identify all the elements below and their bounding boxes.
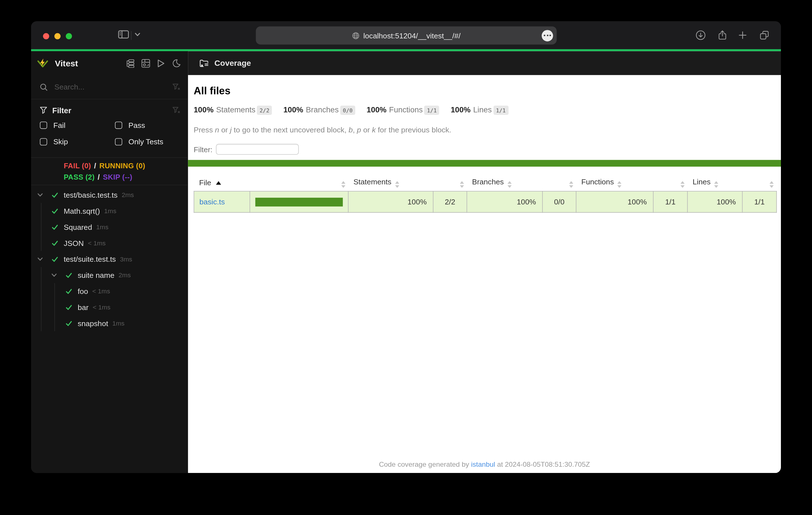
- pass-check-icon: [51, 191, 58, 199]
- tree-indent-guide: [41, 219, 41, 235]
- test-label: bar: [78, 303, 88, 311]
- column-label: Lines: [693, 178, 711, 186]
- file-link[interactable]: basic.ts: [200, 198, 225, 206]
- list-tree-icon[interactable]: [126, 59, 135, 67]
- tree-item[interactable]: foo< 1ms: [31, 283, 187, 299]
- globe-icon: [352, 32, 359, 39]
- column-header-frac[interactable]: [653, 175, 688, 191]
- minimize-window-button[interactable]: [54, 33, 60, 39]
- pass-count: PASS (2): [64, 173, 94, 181]
- fraction-cell: 0/0: [543, 191, 576, 212]
- coverage-filter-input[interactable]: [216, 144, 299, 155]
- column-header-functions[interactable]: Functions: [576, 175, 653, 191]
- sort-arrows-icon[interactable]: [618, 181, 622, 188]
- test-label: test/suite.test.ts: [64, 255, 116, 263]
- test-duration: 1ms: [112, 320, 124, 327]
- sort-arrows-icon[interactable]: [769, 181, 774, 188]
- column-header-branches[interactable]: Branches: [467, 175, 543, 191]
- checkbox-only-tests[interactable]: [115, 138, 122, 145]
- skip-count: SKIP (--): [103, 173, 132, 181]
- table-filter-label: Filter:: [194, 145, 212, 153]
- coverage-stat: 100%Functions1/1: [367, 105, 439, 114]
- clear-filters-icon[interactable]: [172, 107, 180, 114]
- column-header-file[interactable]: File: [194, 175, 250, 191]
- stat-fraction-badge: 0/0: [340, 105, 355, 115]
- downloads-icon[interactable]: [696, 30, 706, 40]
- chevron-down-icon[interactable]: [51, 273, 57, 277]
- coverage-table: FileStatementsBranchesFunctionsLines bas…: [194, 175, 777, 213]
- column-label: Functions: [581, 178, 614, 186]
- tree-item[interactable]: JSON< 1ms: [31, 235, 187, 251]
- checkbox-fail[interactable]: [40, 122, 47, 129]
- tree-item[interactable]: suite name2ms: [31, 267, 187, 283]
- test-run-summary: FAIL (0) / RUNNING (0) PASS (2) / SKIP (…: [31, 157, 187, 185]
- dashboard-icon[interactable]: [141, 59, 150, 67]
- chevron-down-icon[interactable]: [37, 193, 43, 197]
- clear-search-filter-icon[interactable]: [172, 83, 180, 91]
- close-window-button[interactable]: [43, 33, 49, 39]
- test-label: snapshot: [78, 319, 108, 327]
- screenshot-stage: localhost:51204/__vitest__/#/: [0, 0, 812, 515]
- sort-arrows-icon[interactable]: [569, 181, 573, 188]
- pass-check-icon: [51, 223, 58, 231]
- tree-item[interactable]: snapshot1ms: [31, 315, 187, 331]
- hint-text: ,: [353, 126, 357, 134]
- fail-count: FAIL (0): [64, 161, 91, 170]
- filter-option-only-tests[interactable]: Only Tests: [115, 133, 180, 150]
- filter-label-only-tests: Only Tests: [128, 138, 164, 146]
- column-header-frac[interactable]: [742, 175, 776, 191]
- tree-item[interactable]: Math.sqrt()1ms: [31, 203, 187, 219]
- coverage-report: All files 100%Statements2/2100%Branches0…: [188, 75, 781, 473]
- column-header-frac[interactable]: [433, 175, 467, 191]
- fraction-cell: 1/1: [742, 191, 776, 212]
- new-tab-icon[interactable]: [737, 30, 748, 40]
- address-bar[interactable]: localhost:51204/__vitest__/#/: [256, 26, 557, 44]
- chevron-down-icon[interactable]: [37, 257, 43, 261]
- column-header-lines[interactable]: Lines: [688, 175, 742, 191]
- coverage-table-row: basic.ts100%2/2100%0/0100%1/1100%1/1: [194, 191, 776, 212]
- stat-fraction-badge: 1/1: [493, 105, 508, 115]
- checkbox-pass[interactable]: [115, 122, 122, 129]
- separator: /: [94, 161, 96, 170]
- stat-percent: 100%: [451, 105, 470, 114]
- run-all-icon[interactable]: [157, 59, 165, 67]
- column-label: File: [199, 178, 211, 187]
- dark-mode-moon-icon[interactable]: [172, 59, 181, 67]
- filter-option-fail[interactable]: Fail: [40, 117, 115, 133]
- checkbox-skip[interactable]: [40, 138, 47, 145]
- sidebar-toggle-icon[interactable]: [118, 30, 129, 39]
- tree-item[interactable]: bar< 1ms: [31, 299, 187, 315]
- column-header-bar[interactable]: [250, 175, 348, 191]
- zoom-window-button[interactable]: [66, 33, 72, 39]
- sort-arrows-icon[interactable]: [714, 181, 719, 188]
- tree-item[interactable]: test/suite.test.ts3ms: [31, 251, 187, 267]
- filter-option-skip[interactable]: Skip: [40, 133, 115, 150]
- share-icon[interactable]: [717, 30, 728, 40]
- sort-arrows-icon[interactable]: [460, 181, 464, 188]
- tab-overview-icon[interactable]: [759, 30, 770, 40]
- test-duration: < 1ms: [93, 304, 111, 311]
- app-title: Vitest: [55, 58, 78, 68]
- shortcut-key: k: [372, 126, 376, 134]
- stat-fraction-badge: 1/1: [424, 105, 439, 115]
- tree-item[interactable]: Squared1ms: [31, 219, 187, 235]
- sort-arrows-icon[interactable]: [395, 181, 399, 188]
- sort-arrows-icon[interactable]: [508, 181, 512, 188]
- page-menu-button[interactable]: [542, 30, 553, 41]
- pass-check-icon: [65, 271, 72, 279]
- search-icon: [40, 83, 48, 91]
- filter-option-pass[interactable]: Pass: [115, 117, 180, 133]
- sort-arrows-icon[interactable]: [341, 181, 345, 188]
- hint-text: to go to the next uncovered block,: [232, 126, 349, 134]
- tree-item[interactable]: test/basic.test.ts2ms: [31, 187, 187, 203]
- sort-arrows-icon[interactable]: [680, 181, 685, 188]
- column-header-statements[interactable]: Statements: [348, 175, 433, 191]
- chevron-down-icon[interactable]: [135, 32, 140, 37]
- column-header-frac[interactable]: [543, 175, 576, 191]
- separator: /: [98, 173, 100, 181]
- istanbul-link[interactable]: istanbul: [471, 460, 495, 468]
- hint-text: for the previous block.: [376, 126, 451, 134]
- search-input[interactable]: [53, 82, 173, 91]
- funnel-icon: [40, 107, 47, 114]
- pass-check-icon: [65, 304, 72, 311]
